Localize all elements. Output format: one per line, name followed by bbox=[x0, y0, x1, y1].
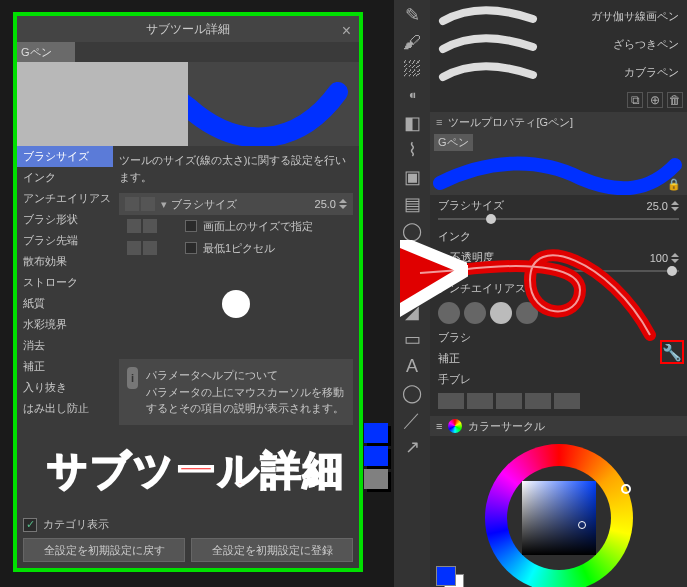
brush-name: カブラペン bbox=[624, 65, 679, 80]
category-brush-shape[interactable]: ブラシ形状 bbox=[17, 209, 113, 230]
brush-stroke-icon bbox=[438, 5, 538, 27]
brush-size-value[interactable]: 25.0 bbox=[315, 198, 336, 210]
subtool-brush-list: ガサ伽サ線画ペン ざらつきペン カブラペン bbox=[430, 0, 687, 88]
opacity-slider[interactable] bbox=[438, 270, 679, 272]
category-overflow[interactable]: はみ出し防止 bbox=[17, 398, 113, 419]
eyedropper-tool-icon[interactable]: ⁌ bbox=[400, 84, 424, 108]
param-indicator-icons[interactable] bbox=[127, 219, 157, 233]
color-panel-title: カラーサークル bbox=[468, 419, 545, 434]
category-brush-tip[interactable]: ブラシ先端 bbox=[17, 230, 113, 251]
parameter-help-box: i パラメータヘルプについて パラメータの上にマウスカーソルを移動するとその項目… bbox=[119, 359, 353, 425]
menu-icon[interactable]: ≡ bbox=[436, 420, 442, 432]
checkbox-category-show[interactable]: ✓ bbox=[23, 518, 37, 532]
category-description: ツールのサイズ(線の太さ)に関する設定を行います。 bbox=[119, 152, 353, 185]
brush-stroke-preview bbox=[430, 153, 687, 195]
eraser-tool-icon[interactable]: ◧ bbox=[400, 111, 424, 135]
correct-tool-icon[interactable]: ↗ bbox=[400, 435, 424, 459]
category-texture[interactable]: 紙質 bbox=[17, 293, 113, 314]
opacity-label: 不透明度 bbox=[450, 250, 494, 265]
opacity-value[interactable]: 100 bbox=[650, 252, 668, 264]
hue-cursor[interactable] bbox=[621, 484, 631, 494]
tool-column: ✎ 🖌 ⛆ ⁌ ◧ ⌇ ▣ ▤ ◯ ✥ ▟ ◢ ▭ A ◯ ／ ↗ bbox=[394, 0, 430, 587]
toggle-screen-size-label: 画面上のサイズで指定 bbox=[203, 219, 313, 234]
category-show-label: カテゴリ表示 bbox=[43, 517, 109, 532]
tool-property-header: ≡ ツールプロパティ[Gペン] bbox=[430, 112, 687, 132]
brush-size-value[interactable]: 25.0 bbox=[647, 200, 668, 212]
aa-option-2[interactable] bbox=[464, 302, 486, 324]
brush-item[interactable]: ガサ伽サ線画ペン bbox=[432, 2, 685, 30]
tool-name-badge: Gペン bbox=[17, 42, 75, 62]
figure-tool-icon[interactable]: ◯ bbox=[400, 219, 424, 243]
brush-size-slider[interactable] bbox=[438, 218, 679, 220]
subtool-detail-dialog: サブツール詳細 × Gペン ブラシサイズ インク アンチエイリアス ブラシ形状 … bbox=[13, 12, 363, 572]
sv-square[interactable] bbox=[522, 481, 596, 555]
brush-stroke-icon bbox=[438, 61, 538, 83]
register-all-button[interactable]: 全設定を初期設定に登録 bbox=[191, 538, 353, 562]
close-icon[interactable]: × bbox=[342, 18, 351, 44]
category-spray[interactable]: 散布効果 bbox=[17, 251, 113, 272]
param-indicator-icons[interactable] bbox=[125, 197, 155, 211]
brush-shape-label: ブラシ bbox=[438, 330, 471, 345]
brush-tool-icon[interactable]: 🖌 bbox=[400, 30, 424, 54]
balloon-tool-icon[interactable]: ◯ bbox=[400, 381, 424, 405]
fill-tool-icon[interactable]: ▣ bbox=[400, 165, 424, 189]
active-tool-name: Gペン bbox=[434, 134, 473, 151]
ruler-tool-icon[interactable]: ◢ bbox=[400, 300, 424, 324]
stabilize-label: 手ブレ bbox=[438, 372, 471, 387]
delete-subtool-icon[interactable]: 🗑 bbox=[667, 92, 683, 108]
aa-option-1[interactable] bbox=[438, 302, 460, 324]
category-watercolor[interactable]: 水彩境界 bbox=[17, 314, 113, 335]
hue-ring[interactable] bbox=[485, 444, 633, 587]
dialog-title: サブツール詳細 bbox=[146, 22, 230, 36]
text-tool-icon[interactable]: A bbox=[400, 354, 424, 378]
selection-tool-icon[interactable]: ▭ bbox=[400, 327, 424, 351]
brush-item[interactable]: カブラペン bbox=[432, 58, 685, 86]
pen-tool-icon[interactable]: ✎ bbox=[400, 3, 424, 27]
aa-option-3[interactable] bbox=[490, 302, 512, 324]
category-show-row[interactable]: ✓ カテゴリ表示 bbox=[23, 517, 353, 532]
checkbox-min-1px[interactable] bbox=[185, 242, 197, 254]
param-indicator-icons[interactable] bbox=[127, 241, 157, 255]
info-icon: i bbox=[127, 367, 138, 389]
category-antialias[interactable]: アンチエイリアス bbox=[17, 188, 113, 209]
color-swatch-alt[interactable] bbox=[364, 446, 388, 466]
blend-tool-icon[interactable]: ⌇ bbox=[400, 138, 424, 162]
sv-cursor[interactable] bbox=[578, 521, 586, 529]
fg-bg-swatch[interactable] bbox=[436, 566, 464, 587]
line-tool-icon[interactable]: ／ bbox=[400, 408, 424, 432]
aa-options[interactable] bbox=[430, 299, 687, 327]
category-correction[interactable]: 補正 bbox=[17, 356, 113, 377]
dialog-titlebar: サブツール詳細 × bbox=[17, 16, 359, 42]
checkbox-screen-size[interactable] bbox=[185, 220, 197, 232]
stepper-icons[interactable] bbox=[671, 201, 679, 211]
airbrush-tool-icon[interactable]: ⛆ bbox=[400, 57, 424, 81]
brush-item[interactable]: ざらつきペン bbox=[432, 30, 685, 58]
param-label: ブラシサイズ bbox=[171, 197, 237, 212]
category-stroke[interactable]: ストローク bbox=[17, 272, 113, 293]
color-wheel-icon bbox=[448, 419, 462, 433]
category-brush-size[interactable]: ブラシサイズ bbox=[17, 146, 113, 167]
category-erase[interactable]: 消去 bbox=[17, 335, 113, 356]
menu-icon[interactable]: ≡ bbox=[436, 116, 442, 128]
stamp-tool-icon[interactable]: ▟ bbox=[400, 273, 424, 297]
tool-property-preview: 🔒 bbox=[430, 153, 687, 195]
aa-option-4[interactable] bbox=[516, 302, 538, 324]
chevron-down-icon[interactable]: ▾ bbox=[161, 198, 167, 211]
lock-icon[interactable]: 🔒 bbox=[667, 178, 681, 191]
move-tool-icon[interactable]: ✥ bbox=[400, 246, 424, 270]
brush-dot bbox=[222, 290, 250, 318]
reset-all-button[interactable]: 全設定を初期設定に戻す bbox=[23, 538, 185, 562]
brush-size-row[interactable]: ▾ ブラシサイズ 25.0 bbox=[119, 193, 353, 215]
category-in-out[interactable]: 入り抜き bbox=[17, 377, 113, 398]
color-swatch-fgbg[interactable] bbox=[364, 423, 388, 443]
color-swatch-gray[interactable] bbox=[364, 469, 388, 489]
stabilize-boxes[interactable] bbox=[430, 390, 687, 412]
duplicate-subtool-icon[interactable]: ⧉ bbox=[627, 92, 643, 108]
stepper-icons[interactable] bbox=[339, 199, 347, 209]
category-ink[interactable]: インク bbox=[17, 167, 113, 188]
wrench-icon[interactable]: 🔧 bbox=[662, 343, 682, 362]
gradient-tool-icon[interactable]: ▤ bbox=[400, 192, 424, 216]
correction-label: 補正 bbox=[438, 351, 460, 366]
add-subtool-icon[interactable]: ⊕ bbox=[647, 92, 663, 108]
stepper-icons[interactable] bbox=[671, 253, 679, 263]
